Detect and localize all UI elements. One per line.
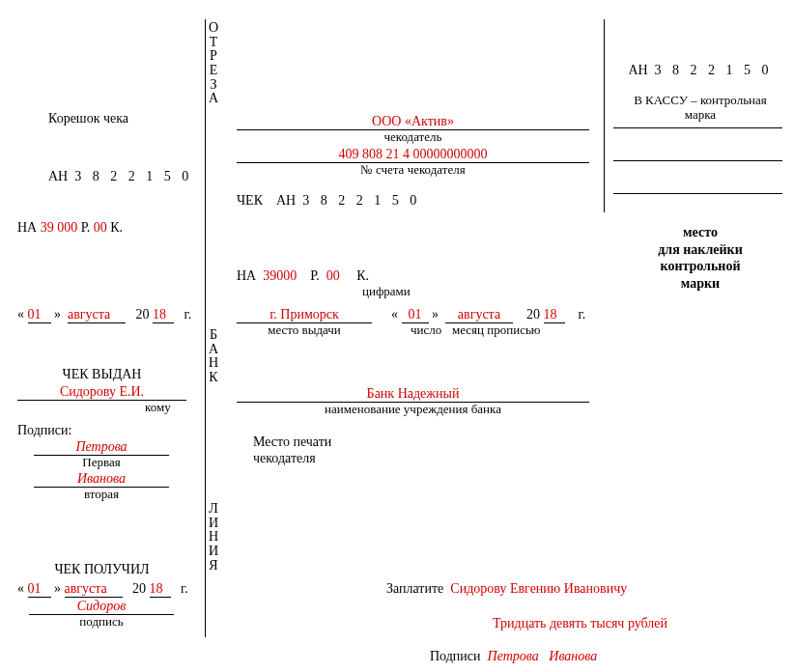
drawer-name: ООО «Актив» [237,114,589,130]
drawer-account-caption: № счета чекодателя [237,162,589,178]
stub-signature-1-caption: Первая [34,455,169,470]
vertical-label-linia: ЛИНИЯ [207,502,220,573]
pay-line: Заплатите Сидорову Евгению Ивановичу [386,581,627,597]
stub-serial: АН 3 8 2 2 1 5 0 [48,169,192,184]
main-date: « 01 » августа 20 18 г. [391,307,585,323]
stub-issued-to: Сидорову Е.И. [17,384,186,401]
drawer-caption: чекодатель [237,129,589,145]
main-place-caption: место выдачи [237,322,372,338]
stub-signature-2-caption: вторая [34,487,169,502]
stub-received-date: « 01 » августа 20 18 г. [17,581,188,598]
stub-title: Корешок чека [48,111,128,126]
bank-caption: наименование учреждения банка [237,402,589,417]
main-amount-caption: цифрами [362,284,411,299]
stub-signatures-label: Подписи: [17,423,71,438]
stub-issued-caption: кому [145,400,171,415]
amount-in-words: Тридцать девять тысяч рублей [493,616,667,631]
vertical-label-bank: БАНК [207,328,220,385]
main-date-num-caption: число [411,322,441,338]
stub-signature-1: Петрова [34,439,169,456]
kassa-sticker-label: место для наклейки контрольной марки [618,224,782,292]
stub-received-title: ЧЕК ПОЛУЧИЛ [17,562,186,577]
main-date-month-caption: месяц прописью [452,322,541,338]
kassa-serial: АН 3 8 2 2 1 5 0 [623,63,778,78]
stamp-place-line1: Место печати [253,434,331,450]
stub-amount: НА 39 000 Р. 00 К. [17,220,123,236]
stub-signature-2: Иванова [34,471,169,488]
main-amount: НА 39000 Р. 00 К. [237,268,369,284]
kassa-title-line2: марка [618,107,782,123]
stamp-place-line2: чекодателя [253,451,316,466]
bank-name: Банк Надежный [237,386,589,403]
kassa-title-line1: В КАССУ – контрольная [618,93,782,108]
stub-received-sign: Сидоров [29,599,174,615]
cheque-serial: ЧЕК АН 3 8 2 2 1 5 0 [237,193,420,209]
bottom-signatures: Подписи Петрова Иванова [430,649,597,664]
vertical-label-otreza: ОТРЕЗА [207,21,220,106]
stub-received-sign-caption: подпись [29,614,174,630]
stub-date: « 01 » августа 20 18 г. [17,307,191,323]
stub-issued-title: ЧЕК ВЫДАН [17,367,186,382]
drawer-account: 409 808 21 4 00000000000 [237,147,589,163]
main-place: г. Приморск [237,307,372,323]
